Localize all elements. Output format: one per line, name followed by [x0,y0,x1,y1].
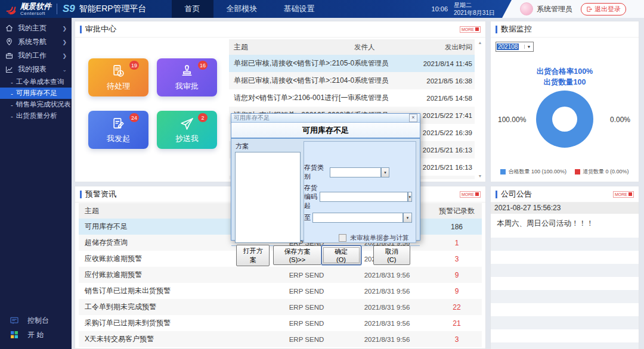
badge-count: 2 [198,113,208,122]
approval-card-2[interactable]: 24我发起 [88,111,148,149]
chevron-icon: ❯ [62,26,67,32]
notice-more-button[interactable]: MORE [613,191,634,198]
alert-count: 22 [432,303,482,311]
logo-text-cn: 顺景软件 [20,2,51,10]
category-field[interactable] [330,167,381,177]
sidebar-footer-item-0[interactable]: 控制台 [0,313,72,328]
close-icon[interactable]: × [409,114,417,122]
alert-row[interactable]: X天未转交易客户预警ERP SEND2021/8/31 9:563 [79,331,482,347]
briefcase-icon [5,51,14,60]
sidebar-subitem-0[interactable]: -工令单成本查询 [0,76,72,88]
notice-panel: 公司公告 MORE 2021-08-27 15:56:23 本周六、周日公司活动… [490,186,639,349]
alert-row[interactable]: X天未交易客户列表ERP SEND2021/8/31 9:5621 [79,347,482,348]
alerts-more-button[interactable]: MORE [460,191,481,198]
company-logo: 顺景软件 Centersoft S9 智能ERP管理平台 [0,2,147,16]
dialog-titlebar[interactable]: 可用库存不足 × [231,114,420,123]
user-name: 系统管理员 [537,4,572,14]
open-scheme-button[interactable]: 打开方案 [236,245,270,266]
category-dropdown-button[interactable]: ▾ [381,167,389,177]
chevron-icon: ❯ [62,39,67,45]
s9-logo: S9 [63,3,75,15]
message-scrollbar[interactable]: ▲ ▼ [477,40,483,178]
approval-more-button[interactable]: MORE [460,26,481,33]
alert-row[interactable]: 销售订单已过期未出货预警ERP SEND2021/8/31 9:569 [79,283,482,299]
clock-area: 10:06 星期二 2021年8月31日 [432,0,495,18]
home-icon [5,24,14,33]
notice-empty-row [491,277,639,290]
logout-icon [586,6,593,13]
code-from-label: 存货编码起 [304,183,318,210]
doc-edit-icon [111,116,126,131]
scroll-down-icon[interactable]: ▼ [478,174,482,178]
more-grid-icon [475,192,479,196]
badge-count: 16 [198,61,208,70]
sidebar-subitem-1[interactable]: -可用库存不足 [0,88,72,99]
nav-tab-2[interactable]: 基础设置 [271,0,328,18]
notice-content: 本周六、周日公司活动！！！ [491,214,639,238]
dialog-heading: 可用库存不足 [231,123,420,139]
dialog-title: 可用库存不足 [234,114,270,122]
alert-count: 1 [432,239,482,247]
top-header: 顺景软件 Centersoft S9 智能ERP管理平台 首页全部模块基础设置 … [0,0,644,18]
alert-row[interactable]: 工令单到期未完成预警ERP SEND2021/8/31 9:5622 [79,299,482,315]
legend-swatch [575,169,580,174]
alert-count: 9 [432,271,482,279]
scroll-up-icon[interactable]: ▲ [478,40,482,45]
code-to-field[interactable] [312,213,403,223]
logo-text-en: Centersoft [20,11,51,16]
sidebar-item-0[interactable]: 我的主页❯ [0,21,72,35]
sidebar-footer-item-1[interactable]: 开 始 [0,328,72,342]
period-select[interactable]: 202108 ▼ [496,42,534,52]
alert-count: 186 [432,223,482,231]
badge-count: 19 [129,61,139,70]
code-from-field[interactable] [320,192,408,202]
ship-qty-text: 出货数量100 [491,77,639,88]
approval-cards: 19待处理16我审批24我发起2抄送我 [88,58,217,149]
unaudited-checkbox[interactable] [339,234,346,242]
sidebar-subitem-3[interactable]: -出货质量分析 [0,110,72,121]
alert-row[interactable]: 采购订单已过期未到货预警ERP SEND2021/8/31 9:5621 [79,315,482,331]
pct-label-right: 0.00% [610,116,630,124]
sidebar-subitem-2[interactable]: -销售单完成状况表 [0,99,72,110]
product-title: 智能ERP管理平台 [79,4,147,14]
notice-date[interactable]: 2021-08-27 15:56:23 [491,202,639,214]
ok-button[interactable]: 确定(O) [321,245,361,265]
cancel-button[interactable]: 取消(C) [373,245,410,265]
title-accent [80,26,82,33]
sidebar-item-3[interactable]: 我的报表⌄ [0,63,72,76]
phoenix-logo-icon [5,2,18,15]
nav-tab-1[interactable]: 全部模块 [213,0,271,18]
sidebar: 我的主页❯系统导航❯我的工作❯我的报表⌄-工令单成本查询-可用库存不足-销售单完… [0,18,72,349]
sidebar-item-2[interactable]: 我的工作❯ [0,49,72,63]
donut-chart [536,91,593,148]
alert-row[interactable]: 应付账款逾期预警ERP SEND2021/8/31 9:569 [79,267,482,283]
approval-card-3[interactable]: 2抄送我 [157,111,217,149]
scheme-listbox[interactable] [235,152,301,243]
user-avatar[interactable] [520,2,533,15]
user-area: 系统管理员 退出登录 [502,0,644,18]
sidebar-footer: 控制台开 始 [0,313,72,349]
start-icon [10,330,19,339]
chevron-icon: ⌄ [62,67,67,73]
approval-row[interactable]: 请您对<销售订单>:2106-001进行[一审]系统管理员2021/6/5 14… [229,89,475,107]
alert-count: 21 [432,319,482,328]
approval-card-0[interactable]: 19待处理 [88,58,148,96]
code-to-dropdown-button[interactable]: ▾ [403,213,412,223]
available-stock-dialog: 可用库存不足 × 可用库存不足 方案 存货类别 ▾ 存货编码起 ▾ [231,113,420,241]
notice-empty-row [491,238,639,251]
alert-count: 9 [432,287,482,295]
approval-row[interactable]: 单据已审核,请接收<销售订单>:2105-001系统管理员2021/8/14 1… [229,55,475,72]
approval-table-header: 主题 发件人 发出时间 [229,39,475,55]
panel-title-notice: 公司公告 [501,189,532,200]
logout-button[interactable]: 退出登录 [581,3,626,15]
main-nav: 首页全部模块基础设置 [172,0,328,18]
plane-icon [179,116,194,131]
approval-row[interactable]: 单据已审核,请接收<销售订单>:2104-002系统管理员2021/8/5 16… [229,72,475,89]
approval-card-1[interactable]: 16我审批 [157,58,217,96]
sidebar-item-1[interactable]: 系统导航❯ [0,35,72,49]
nav-tab-0[interactable]: 首页 [172,0,213,18]
code-from-dropdown-button[interactable]: ▾ [408,192,412,202]
more-grid-icon [475,27,479,31]
save-scheme-button[interactable]: 保存方案(S)>> [273,245,321,265]
notice-empty-row [491,264,639,277]
